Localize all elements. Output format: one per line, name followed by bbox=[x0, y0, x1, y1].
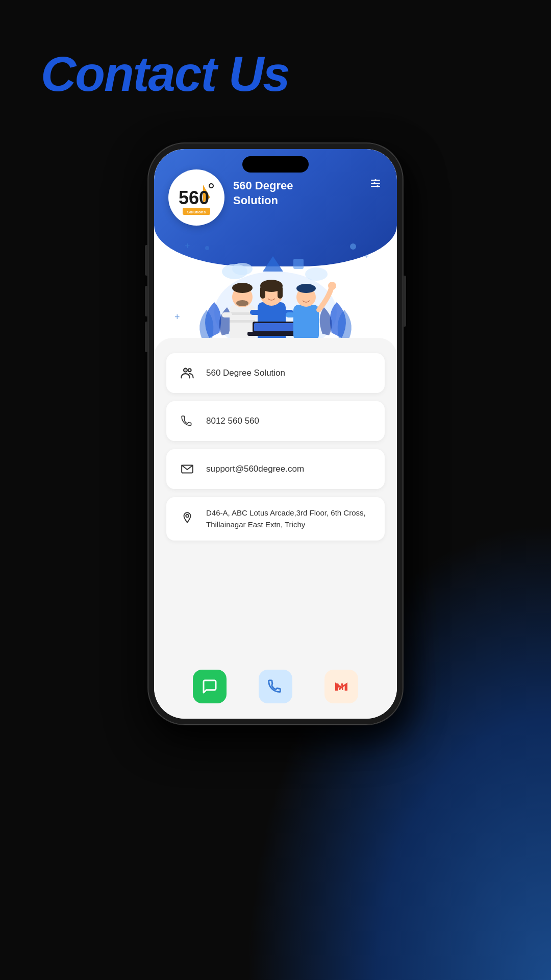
svg-rect-20 bbox=[230, 320, 255, 323]
svg-point-11 bbox=[209, 184, 213, 188]
dynamic-island bbox=[242, 156, 309, 173]
mail-button[interactable]: M bbox=[324, 670, 358, 703]
svg-rect-36 bbox=[293, 305, 319, 340]
svg-text:Solutions: Solutions bbox=[187, 210, 206, 214]
app-logo: 560 Solutions bbox=[168, 169, 224, 226]
email-text: support@560degree.com bbox=[206, 464, 373, 474]
svg-point-46 bbox=[185, 370, 186, 371]
address-text: D46-A, ABC Lotus Arcade,3rd Floor, 6th C… bbox=[206, 507, 373, 530]
page-title: Contact Us bbox=[41, 46, 289, 102]
svg-rect-31 bbox=[250, 310, 260, 315]
phone-icon bbox=[178, 411, 197, 431]
content-area: 560 Degree Solution 8012 560 560 bbox=[154, 338, 397, 719]
email-icon bbox=[178, 459, 197, 479]
settings-icon[interactable] bbox=[369, 177, 382, 192]
svg-point-39 bbox=[328, 282, 336, 290]
phone-number-text: 8012 560 560 bbox=[206, 416, 373, 426]
people-icon bbox=[178, 363, 197, 383]
address-card[interactable]: D46-A, ABC Lotus Arcade,3rd Floor, 6th C… bbox=[166, 497, 385, 541]
svg-rect-40 bbox=[286, 312, 295, 317]
svg-rect-16 bbox=[293, 259, 304, 269]
svg-text:M: M bbox=[336, 681, 344, 692]
team-illustration: + + + bbox=[154, 236, 397, 353]
phone-card[interactable]: 8012 560 560 bbox=[166, 401, 385, 441]
email-card[interactable]: support@560degree.com bbox=[166, 449, 385, 489]
svg-rect-24 bbox=[222, 312, 232, 317]
svg-point-5 bbox=[373, 182, 375, 184]
company-card[interactable]: 560 Degree Solution bbox=[166, 353, 385, 393]
svg-point-23 bbox=[236, 300, 248, 306]
phone-screen: 560 Solutions 560 Degree Solution bbox=[154, 149, 397, 719]
company-name-text: 560 Degree Solution bbox=[206, 368, 373, 378]
action-buttons: M bbox=[166, 665, 385, 708]
chat-button[interactable] bbox=[193, 670, 227, 703]
phone-mockup: 560 Solutions 560 Degree Solution bbox=[148, 143, 403, 730]
svg-rect-29 bbox=[260, 286, 265, 299]
location-icon bbox=[178, 508, 197, 528]
svg-point-38 bbox=[296, 284, 316, 293]
svg-point-2 bbox=[374, 179, 377, 181]
phone-shell: 560 Solutions 560 Degree Solution bbox=[148, 143, 403, 725]
svg-rect-30 bbox=[278, 286, 283, 299]
call-button[interactable] bbox=[259, 670, 292, 703]
svg-point-42 bbox=[232, 263, 253, 275]
svg-rect-35 bbox=[254, 323, 297, 331]
svg-point-22 bbox=[232, 283, 253, 293]
svg-marker-15 bbox=[263, 256, 283, 272]
svg-text:560: 560 bbox=[179, 187, 209, 208]
app-name: 560 Degree Solution bbox=[233, 179, 293, 208]
svg-point-48 bbox=[186, 514, 188, 517]
svg-point-45 bbox=[188, 369, 191, 372]
svg-point-43 bbox=[305, 267, 328, 281]
svg-point-8 bbox=[377, 185, 379, 187]
